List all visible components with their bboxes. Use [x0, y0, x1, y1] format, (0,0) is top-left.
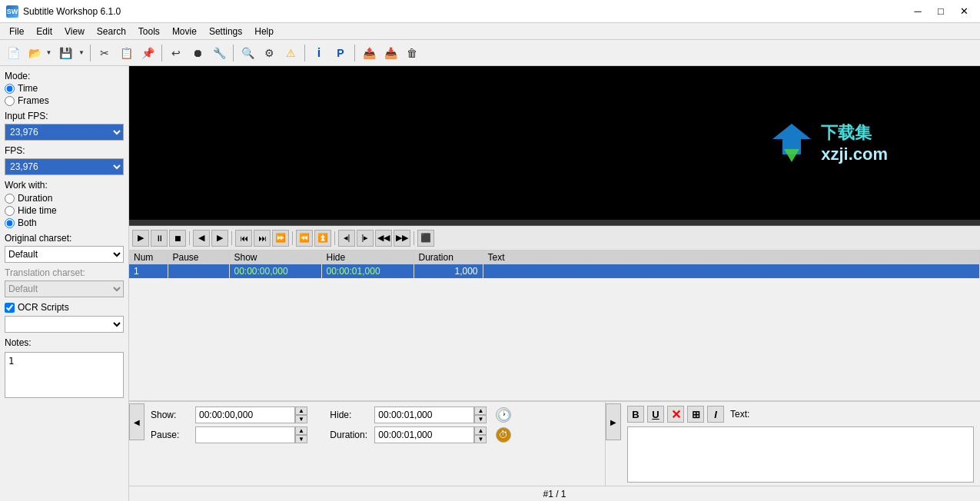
prev-sub-nav-button[interactable]: ◀: [129, 403, 145, 440]
duration-spin-down[interactable]: ▼: [474, 435, 487, 443]
play-button[interactable]: ▶: [132, 230, 149, 247]
charset-select[interactable]: Default: [5, 246, 124, 263]
time-radio-item[interactable]: Time: [5, 83, 124, 94]
undo-button[interactable]: ↩: [166, 43, 186, 63]
hide-time-radio[interactable]: [5, 206, 15, 216]
forward-button[interactable]: ⏩: [272, 230, 289, 247]
menu-tools[interactable]: Tools: [132, 23, 166, 39]
fast-fwd-button[interactable]: ⏫: [314, 230, 331, 247]
pause-spin: ▲ ▼: [195, 426, 307, 443]
menu-view[interactable]: View: [58, 23, 91, 39]
ocr-scripts-select[interactable]: [5, 316, 124, 333]
bold-button[interactable]: B: [627, 406, 644, 423]
stop-button[interactable]: ⏹: [169, 230, 186, 247]
duration-spin-up[interactable]: ▲: [474, 426, 487, 435]
col-hide[interactable]: Hide: [321, 250, 414, 264]
new-button[interactable]: 📄: [3, 43, 23, 63]
pause-button[interactable]: ⏸: [151, 230, 168, 247]
fix-button[interactable]: 🔧: [209, 43, 229, 63]
minimize-button[interactable]: ─: [908, 4, 928, 19]
open-dropdown[interactable]: 📂 ▼: [25, 43, 54, 63]
col-text[interactable]: Text: [483, 250, 980, 264]
sub-in-button[interactable]: ◂|: [338, 230, 355, 247]
import-button[interactable]: 📥: [380, 43, 400, 63]
delete-button[interactable]: 🗑: [402, 43, 422, 63]
col-show[interactable]: Show: [229, 250, 321, 264]
menu-search[interactable]: Search: [91, 23, 132, 39]
duration-timer-icon[interactable]: ⏱: [496, 427, 511, 443]
both-radio[interactable]: [5, 218, 15, 228]
last-button[interactable]: ⏭: [254, 230, 271, 247]
paste-button[interactable]: 📌: [138, 43, 158, 63]
col-num[interactable]: Num: [129, 250, 168, 264]
p-button[interactable]: P: [331, 43, 350, 63]
duration-label-bottom: Duration:: [330, 430, 368, 440]
duration-input[interactable]: [374, 426, 474, 443]
menu-edit[interactable]: Edit: [30, 23, 58, 39]
italic-button[interactable]: I: [707, 406, 724, 423]
hide-time-radio-item[interactable]: Hide time: [5, 205, 124, 216]
save-button[interactable]: 💾: [55, 43, 75, 63]
first-button[interactable]: ⏮: [235, 230, 252, 247]
cut-button[interactable]: ✂: [95, 43, 115, 63]
open-button[interactable]: 📂: [25, 43, 45, 63]
notes-textarea[interactable]: 1: [5, 352, 124, 398]
table-row[interactable]: 1 00:00:00,000 00:00:01,000 1,000: [129, 264, 980, 279]
frames-radio-item[interactable]: Frames: [5, 95, 124, 106]
snapshot-button[interactable]: ⬛: [417, 230, 434, 247]
menu-settings[interactable]: Settings: [203, 23, 248, 39]
warning-button[interactable]: ⚠: [281, 43, 301, 63]
timeline-bar[interactable]: [129, 220, 980, 226]
table-button[interactable]: ⊞: [687, 406, 704, 423]
hide-input[interactable]: [374, 406, 474, 423]
hide-spin-down[interactable]: ▼: [474, 415, 487, 423]
subtitle-text-input[interactable]: [627, 426, 974, 483]
close-button[interactable]: ✕: [954, 4, 974, 19]
copy-button[interactable]: 📋: [116, 43, 136, 63]
ocr-scripts-item[interactable]: OCR Scripts: [5, 302, 124, 313]
underline-button[interactable]: U: [647, 406, 664, 423]
next-sub-button[interactable]: ▶▶: [394, 230, 410, 247]
sub-out-button[interactable]: |▸: [357, 230, 374, 247]
maximize-button[interactable]: □: [931, 4, 951, 19]
next-button[interactable]: ▶: [211, 230, 228, 247]
duration-radio-item[interactable]: Duration: [5, 193, 124, 204]
save-as-arrow[interactable]: ▼: [77, 43, 86, 63]
prev-button[interactable]: ◀: [193, 230, 210, 247]
fps-label: FPS:: [5, 145, 124, 156]
col-duration[interactable]: Duration: [414, 250, 483, 264]
hide-clock-icon[interactable]: 🕐: [496, 407, 511, 423]
frames-radio[interactable]: [5, 96, 15, 106]
both-radio-item[interactable]: Both: [5, 217, 124, 228]
duration-radio[interactable]: [5, 194, 15, 204]
clear-button[interactable]: ✕: [667, 406, 684, 423]
input-fps-select[interactable]: 23,976 24 25 29,97: [5, 124, 124, 141]
spell-button[interactable]: 🔍: [238, 43, 257, 63]
prev-sub-button[interactable]: ◀◀: [375, 230, 392, 247]
open-arrow[interactable]: ▼: [45, 43, 54, 63]
info-button[interactable]: i: [309, 43, 329, 63]
hide-spin-up[interactable]: ▲: [474, 406, 487, 415]
ocr-scripts-checkbox[interactable]: [5, 303, 15, 313]
export-button[interactable]: 📤: [359, 43, 379, 63]
menu-help[interactable]: Help: [248, 23, 280, 39]
menu-movie[interactable]: Movie: [166, 23, 203, 39]
show-spin-down[interactable]: ▼: [295, 415, 307, 423]
table-header-row: Num Pause Show Hide Duration Text: [129, 250, 980, 264]
fps-select[interactable]: 23,976 24 25 29,97: [5, 158, 124, 175]
rewind-button[interactable]: ⏪: [296, 230, 313, 247]
menu-file[interactable]: File: [3, 23, 30, 39]
settings2-button[interactable]: ⚙: [259, 43, 279, 63]
show-input[interactable]: [195, 406, 295, 423]
pause-spin-down[interactable]: ▼: [295, 435, 307, 443]
time-radio[interactable]: [5, 84, 15, 94]
show-spin-up[interactable]: ▲: [295, 406, 307, 415]
translation-charset-select[interactable]: Default: [5, 280, 124, 297]
col-pause[interactable]: Pause: [168, 250, 229, 264]
pause-input[interactable]: [195, 426, 295, 443]
next-sub-nav-button[interactable]: ▶: [606, 403, 621, 440]
pause-spin-up[interactable]: ▲: [295, 426, 307, 435]
save-as-dropdown[interactable]: ▼: [77, 43, 86, 63]
redo-button[interactable]: ⏺: [188, 43, 208, 63]
hide-label: Hide:: [330, 410, 368, 420]
